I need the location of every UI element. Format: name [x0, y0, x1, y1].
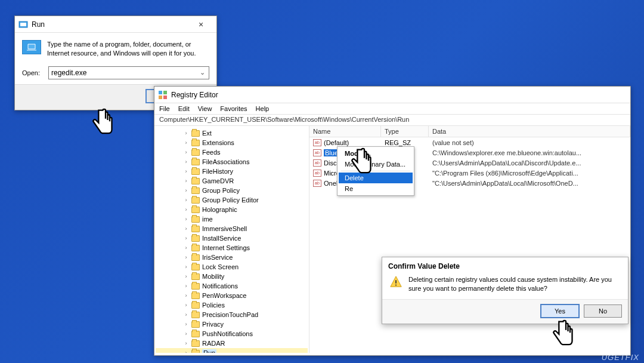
expand-icon[interactable]: ›: [183, 264, 189, 270]
expand-icon[interactable]: ›: [183, 178, 189, 184]
svg-rect-4: [163, 91, 167, 94]
tree-item[interactable]: ›PushNotifications: [156, 329, 308, 339]
tree-item[interactable]: ›Lock Screen: [156, 262, 308, 272]
folder-icon: [191, 331, 200, 337]
expand-icon[interactable]: ›: [183, 340, 189, 346]
tree-item[interactable]: ›Privacy: [156, 319, 308, 329]
expand-icon[interactable]: ›: [183, 226, 189, 232]
tree-item[interactable]: ›FileHistory: [156, 167, 308, 176]
tree-item[interactable]: ›Run: [156, 348, 308, 353]
tree-item[interactable]: ›FileAssociations: [156, 157, 308, 167]
chevron-down-icon[interactable]: ⌄: [198, 69, 206, 76]
svg-rect-5: [159, 96, 162, 99]
tree-item[interactable]: ›PrecisionTouchPad: [156, 310, 308, 319]
regedit-tree[interactable]: ›Ext›Extensions›Feeds›FileAssociations›F…: [154, 126, 309, 353]
regedit-address[interactable]: Computer\HKEY_CURRENT_USER\Software\Micr…: [154, 115, 630, 126]
expand-icon[interactable]: ›: [183, 130, 189, 136]
expand-icon[interactable]: ›: [183, 321, 189, 327]
expand-icon[interactable]: ›: [183, 312, 189, 318]
expand-icon[interactable]: ›: [183, 331, 189, 337]
tree-item-label: Policies: [202, 302, 225, 309]
tree-item-label: FileAssociations: [202, 158, 249, 165]
menu-edit[interactable]: Edit: [178, 105, 190, 112]
open-input[interactable]: [51, 69, 198, 77]
tree-item-label: ImmersiveShell: [202, 225, 247, 232]
tree-item[interactable]: ›RADAR: [156, 339, 308, 348]
tree-item-label: Group Policy Editor: [202, 196, 259, 204]
menu-file[interactable]: File: [159, 105, 170, 112]
folder-icon: [191, 140, 200, 146]
ctx-rename-partial[interactable]: Re: [339, 183, 413, 194]
run-program-icon: [22, 40, 41, 54]
folder-icon: [191, 187, 200, 194]
close-icon[interactable]: ×: [189, 20, 213, 29]
yes-button[interactable]: Yes: [541, 304, 579, 318]
folder-icon: [191, 321, 200, 328]
svg-rect-3: [159, 91, 162, 94]
tree-item[interactable]: ›Extensions: [156, 138, 308, 147]
row-data: "C:\Users\Admin\AppData\Local\Microsoft\…: [429, 180, 630, 187]
expand-icon[interactable]: ›: [183, 273, 189, 279]
context-menu: Modify... Modify Binary Data... Delete R…: [337, 146, 414, 196]
regedit-titlebar[interactable]: Registry Editor: [154, 87, 630, 103]
tree-item-label: ime: [202, 216, 213, 223]
col-data[interactable]: Data: [429, 126, 630, 137]
tree-item[interactable]: ›Ext: [156, 128, 308, 138]
col-name[interactable]: Name: [309, 126, 381, 137]
warning-icon: [389, 275, 402, 288]
tree-item[interactable]: ›Holographic: [156, 205, 308, 214]
tree-item[interactable]: ›GameDVR: [156, 176, 308, 186]
folder-icon: [191, 216, 200, 223]
folder-icon: [191, 340, 200, 347]
expand-icon[interactable]: ›: [183, 302, 189, 308]
svg-rect-6: [163, 96, 167, 99]
tree-item[interactable]: ›InstallService: [156, 233, 308, 243]
no-button[interactable]: No: [584, 304, 622, 318]
tree-item[interactable]: ›Policies: [156, 300, 308, 310]
expand-icon[interactable]: ›: [183, 168, 189, 174]
tree-item[interactable]: ›PenWorkspace: [156, 291, 308, 300]
menu-favorites[interactable]: Favorites: [220, 105, 247, 112]
ctx-modify[interactable]: Modify...: [339, 148, 413, 159]
expand-icon[interactable]: ›: [183, 197, 189, 203]
expand-icon[interactable]: ›: [183, 245, 189, 251]
expand-icon[interactable]: ›: [183, 140, 189, 146]
col-type[interactable]: Type: [381, 126, 429, 137]
expand-icon[interactable]: ›: [183, 159, 189, 165]
expand-icon[interactable]: ›: [183, 149, 189, 155]
tree-item[interactable]: ›Mobility: [156, 272, 308, 281]
expand-icon[interactable]: ›: [183, 235, 189, 241]
tree-item-label: Privacy: [202, 321, 224, 328]
list-header: Name Type Data: [309, 126, 630, 137]
tree-item[interactable]: ›IrisService: [156, 253, 308, 262]
expand-icon[interactable]: ›: [183, 207, 189, 213]
tree-item-label: Run: [202, 349, 216, 353]
tree-item[interactable]: ›Internet Settings: [156, 243, 308, 253]
open-combobox[interactable]: ⌄: [48, 66, 209, 79]
confirm-title: Confirm Value Delete: [382, 257, 628, 272]
tree-item[interactable]: ›Feeds: [156, 147, 308, 157]
run-titlebar[interactable]: Run ×: [15, 16, 216, 33]
tree-item[interactable]: ›ImmersiveShell: [156, 224, 308, 233]
expand-icon[interactable]: ›: [183, 187, 189, 193]
run-app-icon: [18, 20, 28, 29]
expand-icon[interactable]: ›: [183, 216, 189, 222]
expand-icon[interactable]: ›: [183, 283, 189, 289]
regedit-title: Registry Editor: [171, 91, 627, 99]
tree-item[interactable]: ›Group Policy: [156, 186, 308, 195]
tree-item[interactable]: ›ime: [156, 214, 308, 224]
menu-help[interactable]: Help: [256, 105, 270, 112]
ctx-modify-binary[interactable]: Modify Binary Data...: [339, 159, 413, 170]
expand-icon[interactable]: ›: [183, 293, 189, 299]
folder-icon: [191, 293, 200, 299]
open-label: Open:: [22, 69, 44, 76]
tree-item[interactable]: ›Group Policy Editor: [156, 195, 308, 205]
tree-item[interactable]: ›Notifications: [156, 281, 308, 291]
row-data: (value not set): [429, 139, 630, 146]
expand-icon[interactable]: ›: [183, 350, 189, 353]
menu-view[interactable]: View: [198, 105, 212, 112]
expand-icon[interactable]: ›: [183, 254, 189, 260]
ctx-delete[interactable]: Delete: [339, 173, 413, 183]
folder-icon: [191, 197, 200, 204]
folder-icon: [191, 149, 200, 156]
